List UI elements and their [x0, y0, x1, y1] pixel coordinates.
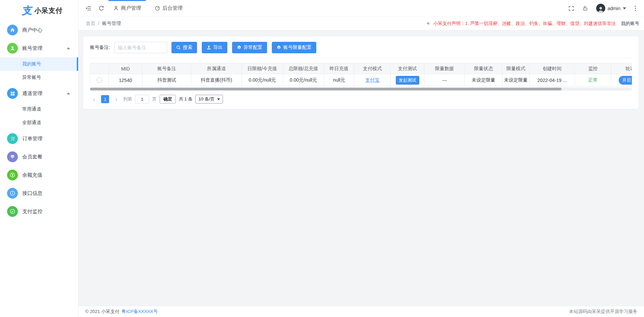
sidebar-item-label: 订单管理	[22, 136, 42, 142]
breadcrumb-home[interactable]: 首页	[86, 21, 95, 27]
col-total-limit: 总限额/总充值	[283, 63, 324, 74]
main-area: 商户管理 后台管理 admin 首页 /	[78, 0, 644, 317]
tab-label: 商户管理	[121, 5, 141, 11]
table-header-row: MID 账号备注 所属通道 日限额/今充值 总限额/总充值 昨日充值 支付模式 …	[90, 63, 632, 74]
sidebar-item-abnormal-accounts[interactable]: 异常账号	[0, 71, 78, 84]
user-icon	[7, 43, 18, 54]
col-created: 创建时间	[529, 63, 575, 74]
prev-page-button[interactable]: ‹	[90, 95, 98, 103]
page-number-button[interactable]: 1	[101, 95, 109, 103]
remark-filter-label: 账号备注:	[90, 45, 110, 51]
account-limit-config-button[interactable]: 账号限量配置	[272, 42, 316, 53]
current-page-tag[interactable]: 我的账号	[621, 21, 639, 27]
sidebar-item-channel-mgmt[interactable]: 通道管理	[0, 84, 78, 103]
cart-icon	[7, 133, 18, 144]
megaphone-icon	[426, 21, 431, 26]
next-page-button[interactable]: ›	[112, 95, 120, 103]
pay-test-button[interactable]: 发起测试	[396, 76, 419, 85]
tab-label: 后台管理	[162, 5, 183, 11]
topbar-right-cluster: admin	[568, 4, 644, 13]
cell-limit-status: 未设定限量	[465, 74, 503, 86]
col-yesterday: 昨日充值	[324, 63, 354, 74]
footer-note: 本站源码由呆呆提供开源学习服务	[569, 309, 638, 315]
col-limit-data: 限量数据	[424, 63, 465, 74]
col-monitor: 监控	[575, 63, 611, 74]
app-title: 小呆支付	[34, 6, 63, 15]
gear-icon	[237, 45, 242, 50]
avatar	[596, 4, 605, 13]
page-size-value: 10 条/页	[198, 96, 215, 102]
recharge-icon	[7, 170, 18, 180]
sidebar-item-payment-monitor[interactable]: 支付监控	[0, 202, 78, 221]
lock-icon[interactable]	[582, 5, 588, 11]
tab-backend-admin[interactable]: 后台管理	[150, 0, 187, 17]
abnormal-config-button[interactable]: 异常配置	[232, 42, 267, 53]
sidebar-item-label: 账号管理	[22, 45, 42, 52]
sidebar: 支 小呆支付 商户中心 账号管理 我的账号 异常账号 通道管理 常用通道 全部通…	[0, 0, 78, 317]
sidebar-item-merchant-center[interactable]: 商户中心	[0, 21, 78, 39]
chevron-down-icon	[217, 98, 220, 100]
pay-mode-link[interactable]: 支付宝	[365, 77, 380, 83]
cell-created: 2022-04-19 ...	[529, 74, 575, 86]
collapse-sidebar-icon[interactable]	[85, 5, 92, 11]
info-icon	[7, 188, 18, 199]
breadcrumb-bar: 首页 / 账号管理 小呆支付声明：1. 严禁一切淫秽、涉赌、政治、钓鱼、诈骗、理…	[78, 17, 644, 30]
dashboard-clock-icon	[155, 5, 160, 11]
col-select	[90, 63, 109, 74]
search-button[interactable]: 搜索	[171, 42, 197, 53]
scrollbar-thumb[interactable]	[90, 88, 561, 90]
col-mid: MID	[109, 63, 142, 74]
chevron-up-icon	[67, 47, 70, 49]
sidebar-item-api-info[interactable]: 接口信息	[0, 184, 78, 202]
more-options-icon[interactable]	[634, 5, 637, 11]
copyright-label: © 2021 小呆支付	[85, 309, 119, 315]
sidebar-item-balance-recharge[interactable]: 余额充值	[0, 166, 78, 184]
button-label: 导出	[213, 45, 223, 51]
sidebar-item-common-channels[interactable]: 常用通道	[0, 103, 78, 116]
sidebar-item-label: 通道管理	[22, 90, 42, 97]
col-polling: 轮询	[611, 63, 632, 74]
sidebar-item-label: 会员套餐	[22, 154, 42, 160]
cell-channel: 抖音直播(抖币)	[191, 74, 242, 86]
sidebar-subitem-label: 异常账号	[22, 75, 41, 81]
horizontal-scrollbar	[90, 87, 632, 91]
sidebar-item-label: 接口信息	[22, 190, 42, 197]
person-icon	[113, 5, 119, 11]
sidebar-item-all-channels[interactable]: 全部通道	[0, 116, 78, 129]
cell-mid: 12540	[109, 74, 142, 86]
chevron-down-icon	[623, 7, 626, 9]
table-row: 12540 抖音测试 抖音直播(抖币) 0.00元/null元 0.00元/nu…	[90, 74, 632, 86]
announcement-text: 小呆支付声明：1. 严禁一切淫秽、涉赌、政治、钓鱼、诈骗、理财、借贷、封建迷信等…	[433, 21, 616, 27]
monitor-status: 正常	[588, 77, 598, 83]
user-menu[interactable]: admin	[596, 4, 626, 13]
sidebar-item-label: 商户中心	[22, 27, 42, 33]
fullscreen-icon[interactable]	[568, 5, 574, 11]
sidebar-item-order-mgmt[interactable]: 订单管理	[0, 129, 78, 148]
total-count-label: 共 1 条	[179, 96, 192, 102]
confirm-page-button[interactable]: 确定	[160, 95, 176, 104]
home-icon	[7, 25, 18, 35]
tab-merchant-admin[interactable]: 商户管理	[108, 0, 146, 17]
export-icon	[206, 45, 211, 50]
col-remark: 账号备注	[142, 63, 191, 74]
sidebar-item-my-accounts[interactable]: 我的账号	[0, 57, 78, 71]
col-channel: 所属通道	[191, 63, 242, 74]
row-radio[interactable]	[97, 78, 102, 83]
col-pay-test: 支付测试	[391, 63, 424, 74]
icp-link[interactable]: 粤ICP备XXXXX号	[121, 309, 158, 315]
remark-search-input[interactable]	[114, 42, 167, 53]
sidebar-item-account-mgmt[interactable]: 账号管理	[0, 39, 78, 57]
search-icon	[176, 45, 181, 50]
gauge-icon	[7, 206, 18, 217]
cell-remark: 抖音测试	[142, 74, 191, 86]
button-label: 异常配置	[244, 45, 262, 51]
breadcrumb: 首页 / 账号管理	[86, 21, 121, 27]
col-limit-mode: 限量模式	[503, 63, 529, 74]
goto-page-input[interactable]	[135, 95, 149, 104]
refresh-icon[interactable]	[98, 5, 104, 11]
sidebar-subitem-label: 我的账号	[22, 61, 41, 67]
polling-toggle[interactable]: 开启	[619, 76, 632, 85]
page-size-select[interactable]: 10 条/页	[195, 95, 223, 104]
sidebar-item-member-packages[interactable]: 会员套餐	[0, 148, 78, 166]
export-button[interactable]: 导出	[202, 42, 227, 53]
